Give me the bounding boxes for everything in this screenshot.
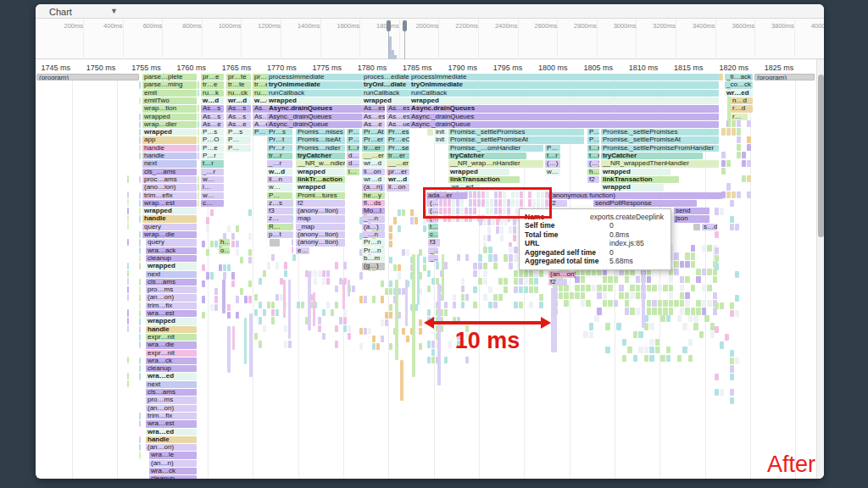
flame-bar[interactable]: (…) bbox=[587, 160, 599, 167]
flame-micro-frame[interactable] bbox=[726, 128, 731, 135]
flame-thin-frame[interactable] bbox=[551, 288, 557, 352]
flame-micro-frame[interactable] bbox=[707, 245, 712, 252]
flame-micro-frame[interactable] bbox=[603, 292, 608, 299]
flame-micro-frame[interactable] bbox=[500, 226, 504, 233]
flame-bar[interactable]: next bbox=[146, 271, 197, 278]
flame-micro-frame[interactable] bbox=[127, 208, 129, 214]
flame-micro-frame[interactable] bbox=[696, 308, 701, 314]
flame-micro-frame[interactable] bbox=[721, 152, 726, 158]
flame-bar[interactable]: Pr…t bbox=[267, 136, 292, 143]
flame-micro-frame[interactable] bbox=[589, 331, 594, 338]
flame-bar[interactable]: app bbox=[142, 136, 197, 143]
flame-micro-frame[interactable] bbox=[139, 420, 141, 427]
flame-micro-frame[interactable] bbox=[381, 296, 384, 302]
flame-micro-frame[interactable] bbox=[444, 357, 448, 363]
flame-micro-frame[interactable] bbox=[444, 302, 448, 308]
flame-micro-frame[interactable] bbox=[427, 309, 431, 316]
flame-micro-frame[interactable] bbox=[259, 278, 262, 285]
flame-micro-frame[interactable] bbox=[236, 225, 239, 232]
flame-micro-frame[interactable] bbox=[647, 285, 652, 291]
flame-bar[interactable]: cleanup bbox=[146, 365, 197, 372]
flame-bar[interactable]: (anony…tion) bbox=[296, 208, 345, 214]
flame-bar[interactable]: wrap…dler bbox=[142, 121, 197, 128]
flame-micro-frame[interactable] bbox=[702, 285, 707, 291]
flame-micro-frame[interactable] bbox=[726, 183, 731, 190]
flame-micro-frame[interactable] bbox=[335, 286, 338, 292]
flame-micro-frame[interactable] bbox=[139, 239, 141, 246]
flame-micro-frame[interactable] bbox=[139, 152, 141, 159]
flame-micro-frame[interactable] bbox=[127, 263, 129, 269]
flame-bar[interactable]: wrapped bbox=[146, 263, 197, 269]
flame-micro-frame[interactable] bbox=[720, 208, 724, 214]
flame-micro-frame[interactable] bbox=[685, 308, 690, 314]
flame-micro-frame[interactable] bbox=[691, 285, 696, 291]
flame-micro-frame[interactable] bbox=[465, 254, 469, 261]
flame-micro-frame[interactable] bbox=[431, 278, 435, 285]
flame-micro-frame[interactable] bbox=[696, 300, 701, 307]
flame-bar[interactable]: f2 bbox=[548, 279, 567, 286]
flame-micro-frame[interactable] bbox=[737, 136, 741, 143]
flame-micro-frame[interactable] bbox=[747, 136, 751, 143]
flame-micro-frame[interactable] bbox=[461, 302, 465, 308]
flame-bar[interactable]: _co…ck bbox=[725, 81, 753, 88]
flame-bar[interactable]: ru…ck bbox=[226, 90, 251, 97]
flame-bar[interactable]: _…r bbox=[267, 160, 292, 167]
flame-micro-frame[interactable] bbox=[730, 224, 734, 230]
flame-micro-frame[interactable] bbox=[680, 300, 685, 307]
flame-micro-frame[interactable] bbox=[702, 308, 707, 314]
flame-bar[interactable]: wra…ck bbox=[149, 468, 197, 474]
flame-bar[interactable]: tryOnI…diate bbox=[362, 81, 409, 88]
flame-micro-frame[interactable] bbox=[677, 355, 682, 362]
flame-bar[interactable]: wr…d bbox=[387, 176, 409, 183]
flame-micro-frame[interactable] bbox=[227, 225, 231, 232]
flame-micro-frame[interactable] bbox=[248, 257, 252, 263]
flame-micro-frame[interactable] bbox=[139, 215, 141, 222]
flame-micro-frame[interactable] bbox=[248, 280, 252, 287]
flame-micro-frame[interactable] bbox=[691, 245, 696, 252]
flame-bar[interactable]: wra…ck bbox=[146, 358, 197, 364]
flame-micro-frame[interactable] bbox=[271, 254, 275, 261]
flame-thin-frame[interactable] bbox=[283, 280, 286, 318]
flame-bar[interactable]: tryOnImmediate bbox=[409, 81, 719, 88]
flame-micro-frame[interactable] bbox=[236, 249, 239, 256]
flame-micro-frame[interactable] bbox=[504, 286, 508, 293]
flame-micro-frame[interactable] bbox=[372, 296, 376, 302]
flame-micro-frame[interactable] bbox=[586, 285, 591, 291]
flame-bar[interactable]: Pr…n bbox=[362, 247, 385, 254]
flame-micro-frame[interactable] bbox=[352, 286, 355, 292]
flame-micro-frame[interactable] bbox=[725, 334, 729, 341]
flame-bar[interactable]: t… bbox=[428, 224, 438, 230]
flame-micro-frame[interactable] bbox=[343, 262, 347, 269]
flame-micro-frame[interactable] bbox=[524, 270, 528, 277]
flame-micro-frame[interactable] bbox=[139, 294, 141, 301]
flame-bar[interactable]: wra…ed bbox=[146, 429, 197, 435]
flame-bar[interactable]: tr…e bbox=[201, 81, 224, 88]
flame-micro-frame[interactable] bbox=[284, 341, 287, 347]
flame-micro-frame[interactable] bbox=[381, 280, 384, 287]
flame-micro-frame[interactable] bbox=[284, 325, 287, 332]
flame-micro-frame[interactable] bbox=[389, 225, 392, 232]
flame-micro-frame[interactable] bbox=[263, 325, 266, 332]
flame-bar[interactable]: Promise._settlePromiseAt bbox=[601, 136, 719, 143]
flame-micro-frame[interactable] bbox=[735, 358, 739, 364]
flame-micro-frame[interactable] bbox=[398, 264, 401, 271]
flame-micro-frame[interactable] bbox=[359, 272, 363, 279]
flame-micro-frame[interactable] bbox=[206, 217, 209, 224]
flame-micro-frame[interactable] bbox=[509, 254, 513, 261]
flame-micro-frame[interactable] bbox=[504, 278, 508, 285]
flame-micro-frame[interactable] bbox=[127, 357, 129, 363]
flame-micro-frame[interactable] bbox=[478, 263, 482, 269]
flame-micro-frame[interactable] bbox=[534, 278, 538, 285]
flame-micro-frame[interactable] bbox=[198, 81, 199, 88]
flame-micro-frame[interactable] bbox=[359, 328, 363, 335]
flame-bar[interactable]: wrap…tion bbox=[142, 105, 197, 112]
flame-micro-frame[interactable] bbox=[359, 296, 363, 302]
flame-micro-frame[interactable] bbox=[214, 304, 218, 311]
flame-micro-frame[interactable] bbox=[498, 278, 503, 285]
flame-micro-frame[interactable] bbox=[335, 262, 338, 269]
flame-micro-frame[interactable] bbox=[663, 285, 668, 291]
flame-bar[interactable]: wr…d bbox=[226, 97, 251, 104]
flame-bar[interactable]: wrapped bbox=[601, 184, 664, 191]
flame-micro-frame[interactable] bbox=[742, 152, 746, 158]
flame-micro-frame[interactable] bbox=[139, 121, 141, 128]
